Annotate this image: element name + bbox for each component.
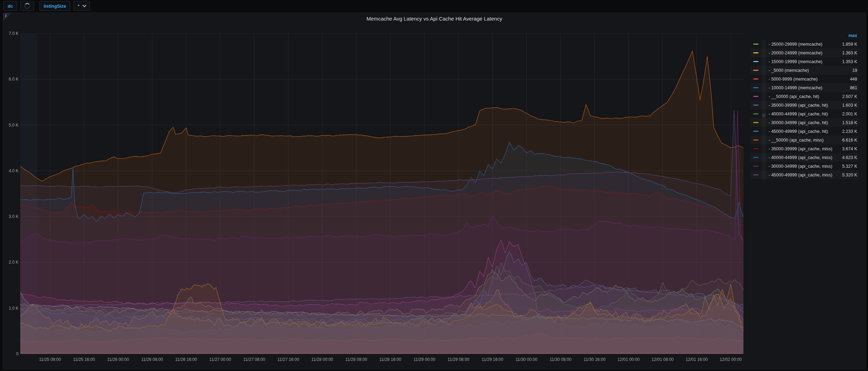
- legend-series-color-dash: [753, 122, 758, 123]
- y-axis-tick-label: 6.0 K: [3, 77, 18, 81]
- y-axis-tick-label: 0: [3, 352, 18, 356]
- x-axis-tick-label: 11/27 16:00: [277, 357, 299, 362]
- legend-series-label[interactable]: - 30000-34999 (api_cache, hit): [769, 120, 839, 125]
- legend-row[interactable]: - 45000-49999 (api_cache, miss)5.320 K: [750, 171, 859, 179]
- y-axis-tick-label: 1.0 K: [3, 306, 18, 310]
- y-axis-tick-label: 7.0 K: [3, 31, 18, 36]
- legend-row[interactable]: - __50000 (api_cache, miss)6.616 K: [750, 136, 859, 144]
- x-axis-tick-label: 12/01 00:00: [618, 357, 639, 362]
- x-axis-tick-label: 11/26 16:00: [175, 357, 197, 362]
- legend-series-label[interactable]: - 35000-39999 (api_cache, hit): [769, 103, 839, 108]
- legend-row[interactable]: - _5000 (memcache)19: [750, 66, 859, 75]
- legend-series-color-dash: [753, 148, 758, 149]
- legend-max-column-header[interactable]: max: [750, 32, 859, 40]
- legend-scrollbar-thumb[interactable]: [762, 114, 765, 117]
- legend-series-label[interactable]: - 15000-19999 (memcache): [769, 59, 839, 64]
- legend-series-label[interactable]: - 5000-9999 (memcache): [769, 77, 847, 82]
- panel-title[interactable]: Memcache Avg Latency vs Api Cache Hit Av…: [3, 16, 866, 22]
- legend-series-color-dash: [753, 52, 758, 53]
- chart-plot-area[interactable]: [20, 33, 743, 354]
- y-axis-tick-label: 2.0 K: [3, 260, 18, 264]
- legend-series-color-dash: [753, 87, 758, 88]
- legend-row[interactable]: - 25000-29999 (memcache)1.859 K: [750, 40, 859, 48]
- x-axis-tick-label: 11/29 16:00: [481, 357, 503, 362]
- variable-label-dc[interactable]: dc: [3, 1, 17, 11]
- legend-series-max-value: 3.674 K: [842, 146, 857, 151]
- legend-row[interactable]: - 5000-9999 (memcache)448: [750, 75, 859, 83]
- legend-row[interactable]: - 45000-49999 (api_cache, hit)2.233 K: [750, 127, 859, 136]
- legend-row[interactable]: - 10000-14999 (memcache)861: [750, 83, 859, 92]
- legend-series-label[interactable]: - 30000-34999 (api_cache, miss): [769, 164, 839, 169]
- legend-row[interactable]: - 30000-34999 (api_cache, miss)5.327 K: [750, 162, 859, 171]
- x-axis-tick-label: 11/28 08:00: [345, 357, 367, 362]
- legend-row[interactable]: - 15000-19999 (memcache)1.353 K: [750, 57, 859, 66]
- legend-series-max-value: 4.623 K: [842, 155, 857, 160]
- x-axis-tick-label: 12/02 00:00: [720, 357, 742, 362]
- legend-series-color-dash: [753, 96, 758, 97]
- legend-row[interactable]: - 40000-44999 (api_cache, hit)2.001 K: [750, 109, 859, 118]
- legend-series-label[interactable]: - 25000-29999 (memcache): [769, 42, 839, 47]
- legend-series-max-value: 1.603 K: [842, 103, 857, 108]
- variable-dc-value-dropdown[interactable]: [20, 1, 34, 11]
- x-axis-tick-label: 11/30 08:00: [549, 357, 571, 362]
- legend-series-label[interactable]: - _5000 (memcache): [769, 68, 850, 73]
- legend-series-color-dash: [753, 78, 758, 80]
- x-axis-tick-label: 11/29 08:00: [448, 357, 470, 362]
- variable-listingsize-value: *: [77, 3, 79, 9]
- legend-row[interactable]: - 40000-44999 (api_cache, miss)4.623 K: [750, 153, 859, 162]
- legend-series-max-value: 448: [850, 77, 857, 82]
- legend-series-label[interactable]: - 45000-49999 (api_cache, hit): [769, 129, 839, 134]
- legend-row[interactable]: - 35000-39999 (api_cache, miss)3.674 K: [750, 144, 859, 153]
- legend-series-color-dash: [753, 166, 758, 167]
- x-axis-tick-label: 11/25 16:00: [73, 357, 95, 362]
- x-axis-tick-label: 11/30 16:00: [584, 357, 606, 362]
- variable-listingsize-label-text: listingSize: [44, 3, 66, 9]
- legend-series-max-value: 861: [850, 85, 857, 90]
- legend-scrollbar-track[interactable]: [762, 40, 766, 180]
- legend-series-label[interactable]: - 35000-39999 (api_cache, miss): [769, 146, 839, 151]
- legend-series-max-value: 1.363 K: [842, 51, 857, 55]
- legend-series-color-dash: [753, 44, 758, 45]
- legend-series-color-dash: [753, 70, 758, 71]
- x-axis-tick-label: 11/27 08:00: [243, 357, 265, 362]
- chevron-down-icon: [82, 3, 86, 7]
- x-axis-tick-label: 11/26 00:00: [107, 357, 129, 362]
- legend: max - 25000-29999 (memcache)1.859 K- 200…: [750, 32, 859, 179]
- legend-row[interactable]: - 35000-39999 (api_cache, hit)1.603 K: [750, 101, 859, 109]
- legend-series-max-value: 19: [852, 68, 857, 73]
- x-axis-tick-label: 12/01 08:00: [652, 357, 674, 362]
- x-axis-tick-label: 11/28 00:00: [312, 357, 334, 362]
- legend-series-label[interactable]: - 45000-49999 (api_cache, miss): [769, 173, 839, 177]
- legend-series-color-dash: [753, 157, 758, 158]
- legend-series-label[interactable]: - __50000 (api_cache, miss): [769, 138, 839, 143]
- legend-series-label[interactable]: - 40000-44999 (api_cache, hit): [769, 112, 839, 116]
- legend-series-max-value: 2.507 K: [842, 94, 857, 99]
- legend-series-label[interactable]: - 20000-24999 (memcache): [769, 51, 839, 55]
- legend-series-color-dash: [753, 113, 758, 114]
- variable-listingsize-value-dropdown[interactable]: *: [73, 1, 90, 11]
- legend-series-max-value: 5.327 K: [842, 164, 857, 169]
- legend-series-color-dash: [753, 131, 758, 132]
- x-axis-tick-label: 12/01 16:00: [686, 357, 708, 362]
- legend-series-color-dash: [753, 174, 758, 175]
- dashboard-toolbar: dc listingSize *: [0, 0, 868, 12]
- legend-series-color-dash: [753, 105, 758, 106]
- legend-series-label[interactable]: - 40000-44999 (api_cache, miss): [769, 155, 839, 160]
- legend-series-label[interactable]: - __50000 (api_cache, hit): [769, 94, 839, 99]
- legend-series-max-value: 1.859 K: [842, 42, 857, 47]
- x-axis-tick-label: 11/30 00:00: [516, 357, 538, 362]
- legend-series-label[interactable]: - 10000-14999 (memcache): [769, 85, 847, 90]
- variable-label-listingsize[interactable]: listingSize: [39, 1, 70, 11]
- y-axis-tick-label: 5.0 K: [3, 123, 18, 127]
- legend-series-max-value: 6.616 K: [842, 138, 857, 143]
- legend-row[interactable]: - 30000-34999 (api_cache, hit)1.518 K: [750, 118, 859, 127]
- legend-series-color-dash: [753, 61, 758, 62]
- legend-series-max-value: 1.518 K: [842, 120, 857, 125]
- legend-row[interactable]: - 20000-24999 (memcache)1.363 K: [750, 48, 859, 57]
- x-axis-tick-label: 11/29 00:00: [413, 357, 435, 362]
- x-axis-tick-label: 11/25 08:00: [39, 357, 61, 362]
- legend-series-max-value: 1.353 K: [842, 59, 857, 64]
- loading-spinner-icon: [24, 3, 30, 9]
- legend-row[interactable]: - __50000 (api_cache, hit)2.507 K: [750, 92, 859, 101]
- x-axis-tick-label: 11/28 16:00: [380, 357, 402, 362]
